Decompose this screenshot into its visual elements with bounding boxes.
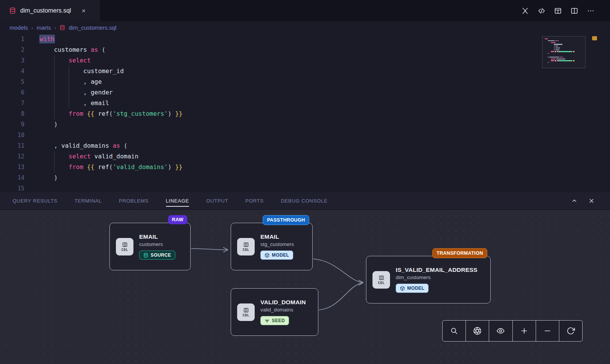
chevron-up-icon[interactable] bbox=[571, 198, 578, 204]
code-icon[interactable] bbox=[538, 7, 546, 15]
search-button[interactable] bbox=[443, 321, 466, 341]
code-line[interactable]: customers as ( bbox=[39, 45, 183, 55]
tab-close-icon[interactable] bbox=[81, 8, 86, 13]
panel-tab-problems[interactable]: PROBLEMS bbox=[119, 192, 149, 209]
editor-tab-bar: dim_customers.sql bbox=[0, 0, 610, 21]
line-number: 11 bbox=[0, 140, 24, 151]
line-number: 12 bbox=[0, 151, 24, 162]
breadcrumb-marts[interactable]: marts bbox=[37, 24, 51, 31]
code-line[interactable]: ) bbox=[39, 119, 183, 130]
node-badge-source: SOURCE bbox=[139, 251, 175, 260]
minimap[interactable] bbox=[542, 36, 586, 68]
minus-button[interactable] bbox=[536, 321, 559, 341]
node-title: EMAIL bbox=[139, 233, 158, 240]
tab-title: dim_customers.sql bbox=[20, 7, 71, 14]
lineage-canvas[interactable]: RAWCOLEMAILcustomersSOURCEPASSTHROUGHCOL… bbox=[0, 210, 610, 364]
line-number: 2 bbox=[0, 45, 24, 55]
indent-guide bbox=[54, 55, 55, 119]
node-subtitle: customers bbox=[139, 241, 163, 247]
column-icon: COL bbox=[116, 238, 133, 255]
panel-tabs: QUERY RESULTSTERMINALPROBLEMSLINEAGEOUTP… bbox=[13, 192, 327, 209]
panel-actions bbox=[571, 198, 610, 204]
lineage-node-stg_customers[interactable]: PASSTHROUGHCOLEMAILstg_customersMODEL bbox=[231, 223, 313, 270]
lineage-node-customers[interactable]: RAWCOLEMAILcustomersSOURCE bbox=[109, 223, 191, 270]
panel-tab-lineage[interactable]: LINEAGE bbox=[166, 192, 189, 209]
node-subtitle: dim_customers bbox=[396, 275, 431, 280]
breadcrumb-models[interactable]: models bbox=[10, 24, 28, 31]
line-number: 9 bbox=[0, 119, 24, 130]
lineage-node-dim_customers[interactable]: TRANSFORMATIONCOLIS_VALID_EMAIL_ADDRESSd… bbox=[366, 256, 491, 303]
line-number: 8 bbox=[0, 109, 24, 119]
code-area[interactable]: with customers as ( select customer_id ,… bbox=[39, 34, 183, 192]
bottom-panel: QUERY RESULTSTERMINALPROBLEMSLINEAGEOUTP… bbox=[0, 192, 610, 364]
database-icon bbox=[59, 25, 65, 30]
node-subtitle: stg_customers bbox=[260, 241, 294, 247]
panel-tab-ports[interactable]: PORTS bbox=[246, 192, 264, 209]
code-line[interactable]: , valid_domains as ( bbox=[39, 140, 183, 151]
panel-tab-terminal[interactable]: TERMINAL bbox=[74, 192, 101, 209]
line-number: 10 bbox=[0, 130, 24, 140]
column-icon: COL bbox=[237, 238, 255, 255]
table-icon[interactable] bbox=[554, 7, 562, 15]
code-editor[interactable]: 123456789101112131415 with customers as … bbox=[0, 34, 610, 192]
code-line[interactable]: customer_id bbox=[39, 66, 183, 77]
database-icon bbox=[9, 7, 16, 14]
editor-actions bbox=[521, 0, 610, 21]
panel-tab-bar: QUERY RESULTSTERMINALPROBLEMSLINEAGEOUTP… bbox=[0, 192, 610, 210]
line-numbers: 123456789101112131415 bbox=[0, 34, 24, 192]
line-number: 15 bbox=[0, 183, 24, 192]
eye-button[interactable] bbox=[489, 321, 512, 341]
code-line[interactable]: select valid_domain bbox=[39, 151, 183, 162]
split-icon[interactable] bbox=[570, 7, 578, 15]
column-icon: COL bbox=[237, 303, 255, 321]
tab-dim-customers-sql[interactable]: dim_customers.sql bbox=[0, 0, 100, 21]
node-title: VALID_DOMAIN bbox=[260, 299, 306, 306]
plus-button[interactable] bbox=[512, 321, 536, 341]
refresh-button[interactable] bbox=[559, 321, 582, 341]
line-number: 5 bbox=[0, 77, 24, 87]
code-line[interactable]: with bbox=[39, 34, 183, 45]
lineage-node-valid_domains[interactable]: COLVALID_DOMAINvalid_domainsSEED bbox=[231, 288, 318, 336]
indent-guide bbox=[54, 151, 55, 172]
lineage-toolbar bbox=[442, 320, 583, 342]
line-number: 3 bbox=[0, 55, 24, 66]
line-number: 14 bbox=[0, 172, 24, 183]
aperture-button[interactable] bbox=[466, 321, 489, 341]
code-line[interactable]: from {{ ref('valid_domains') }} bbox=[39, 162, 183, 172]
node-badge-seed: SEED bbox=[260, 316, 289, 325]
panel-tab-debug-console[interactable]: DEBUG CONSOLE bbox=[281, 192, 328, 209]
node-badge-model: MODEL bbox=[260, 251, 293, 260]
code-line[interactable]: , gender bbox=[39, 87, 183, 98]
line-number: 13 bbox=[0, 162, 24, 172]
code-line[interactable]: select bbox=[39, 55, 183, 66]
node-tag-transformation: TRANSFORMATION bbox=[432, 248, 487, 258]
overview-ruler-marker bbox=[592, 36, 597, 40]
node-title: EMAIL bbox=[260, 233, 279, 240]
code-line[interactable] bbox=[39, 130, 183, 140]
node-tag-passthrough: PASSTHROUGH bbox=[263, 215, 309, 225]
panel-tab-query-results[interactable]: QUERY RESULTS bbox=[13, 192, 57, 209]
code-line[interactable]: from {{ ref('stg_customers') }} bbox=[39, 109, 183, 119]
code-line[interactable]: , age bbox=[39, 77, 183, 87]
line-number: 6 bbox=[0, 87, 24, 98]
chevron-right-icon: › bbox=[31, 25, 33, 31]
sparkle-icon[interactable] bbox=[521, 7, 529, 15]
close-icon[interactable] bbox=[588, 198, 595, 204]
node-subtitle: valid_domains bbox=[260, 307, 293, 313]
node-badge-model: MODEL bbox=[396, 284, 429, 293]
ide-window: dim_customers.sql models › marts › dim_c… bbox=[0, 0, 610, 364]
panel-tab-output[interactable]: OUTPUT bbox=[206, 192, 228, 209]
line-number: 7 bbox=[0, 98, 24, 109]
breadcrumb-file[interactable]: dim_customers.sql bbox=[69, 24, 116, 31]
line-number: 4 bbox=[0, 66, 24, 77]
code-line[interactable]: , email bbox=[39, 98, 183, 109]
code-line[interactable]: ) bbox=[39, 172, 183, 183]
more-icon[interactable] bbox=[587, 7, 595, 15]
line-number: 1 bbox=[0, 34, 24, 45]
column-icon: COL bbox=[372, 271, 390, 289]
code-line[interactable] bbox=[39, 183, 183, 192]
chevron-right-icon: › bbox=[55, 25, 56, 31]
node-tag-raw: RAW bbox=[168, 215, 187, 224]
breadcrumb: models › marts › dim_customers.sql bbox=[0, 21, 610, 34]
indent-guide bbox=[69, 66, 69, 109]
